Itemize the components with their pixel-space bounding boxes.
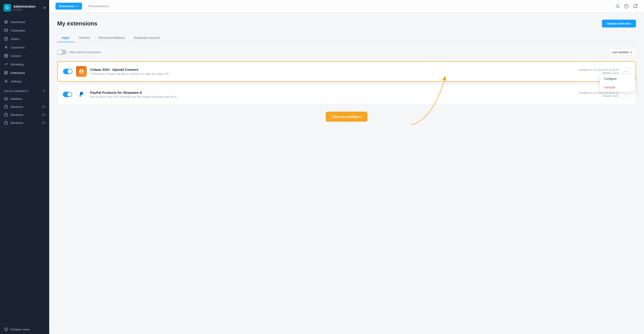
topbar-actions <box>616 4 638 9</box>
add-sales-channel-button[interactable]: + <box>43 89 45 93</box>
catalogues-icon <box>4 28 8 32</box>
configure-button[interactable]: Configure <box>600 74 635 83</box>
sidebar-item-orders[interactable]: Orders <box>0 35 49 43</box>
cidaas-desc: A Shopware 6 plugin that allows customer… <box>90 72 575 75</box>
app-version: 6.4.20.2 <box>14 8 36 11</box>
extension-card-paypal: PayPal Products for Shopware 6 Get acces… <box>57 84 636 105</box>
sidebar-nav: Dashboard Catalogues Orders <box>0 16 49 325</box>
sidebar-item-label-settings: Settings <box>11 80 21 83</box>
extensions-dropdown-button[interactable]: Extensions <box>56 3 82 9</box>
eye-icon-1[interactable] <box>42 105 45 109</box>
cidaas-logo <box>76 66 87 77</box>
svg-rect-9 <box>4 54 6 56</box>
sidebar-item-storefront-3[interactable]: Storefront <box>0 119 49 127</box>
svg-rect-10 <box>6 54 8 56</box>
svg-rect-17 <box>4 98 8 100</box>
sidebar-item-customers[interactable]: Customers <box>0 43 49 52</box>
status-dot <box>44 7 46 9</box>
sidebar-item-label-dashboard: Dashboard <box>11 20 25 24</box>
svg-point-0 <box>4 20 8 23</box>
sort-button[interactable]: Last updated <box>608 48 636 56</box>
collapse-menu-button[interactable]: Collapse menu <box>0 325 49 334</box>
sidebar-item-dashboard[interactable]: Dashboard <box>0 18 49 26</box>
sidebar-item-label-content: Content <box>11 54 21 58</box>
dots-icon: ··· <box>624 69 628 73</box>
eye-icon-3[interactable] <box>42 121 45 125</box>
uninstall-button[interactable]: Uninstall <box>600 83 635 92</box>
paypal-logo <box>76 89 86 100</box>
hide-inactive-label: Hide inactive extensions <box>69 50 100 54</box>
sidebar-item-storefront-1[interactable]: Storefront <box>0 103 49 111</box>
orders-icon <box>4 37 8 41</box>
dashboard-icon <box>4 20 8 24</box>
sales-channels-label: Sales Channels <box>4 90 28 92</box>
storefront-label-3: Storefront <box>10 121 23 125</box>
svg-point-22 <box>43 106 44 107</box>
paypal-name: PayPal Products for Shopware 6 <box>90 91 575 94</box>
tab-shopware-account[interactable]: Shopware Account <box>129 34 164 42</box>
sidebar-item-marketing[interactable]: Marketing <box>0 60 49 69</box>
sidebar-item-catalogues[interactable]: Catalogues <box>0 26 49 35</box>
sidebar-item-label-extensions: Extensions <box>11 71 25 75</box>
tab-recommendations[interactable]: Recommendations <box>94 34 130 42</box>
chevron-down-icon <box>76 5 78 7</box>
hide-inactive-wrapper: Hide inactive extensions <box>57 50 100 55</box>
help-icon[interactable] <box>624 4 629 9</box>
cidaas-info: Cidaas SSO - OpenId Connect A Shopware 6… <box>90 68 575 75</box>
paypal-desc: Get access to over 100 currencies and 20… <box>90 95 575 98</box>
svg-rect-26 <box>4 122 8 124</box>
svg-rect-20 <box>4 106 8 108</box>
upload-extension-button[interactable]: Upload extension <box>602 20 636 27</box>
extensions-btn-label: Extensions <box>59 4 74 8</box>
storefront-label-1: Storefront <box>10 105 23 109</box>
svg-rect-14 <box>6 71 8 73</box>
page-title: My extensions <box>57 20 97 27</box>
hint-arrow <box>376 114 447 159</box>
tab-themes[interactable]: Themes <box>74 34 94 42</box>
sidebar-item-label-marketing: Marketing <box>11 63 24 66</box>
svg-point-24 <box>42 114 45 116</box>
sidebar-item-label-catalogues: Catalogues <box>11 29 26 32</box>
sidebar-item-content[interactable]: Content <box>0 52 49 60</box>
svg-rect-23 <box>4 114 8 116</box>
search-input[interactable] <box>85 2 613 10</box>
page-header: My extensions Upload extension <box>57 20 636 27</box>
topbar: Extensions <box>49 0 644 12</box>
tab-apps[interactable]: Apps <box>57 34 74 42</box>
cidaas-installed: Installed on 12 July 2023 at 13:03 <box>578 68 618 71</box>
headless-label: Headless <box>10 97 22 100</box>
filter-bar: Hide inactive extensions Last updated <box>57 48 636 56</box>
paypal-toggle[interactable] <box>63 92 72 97</box>
svg-point-34 <box>636 4 637 5</box>
sidebar-item-settings[interactable]: Settings <box>0 77 49 86</box>
sidebar-item-storefront-2[interactable]: Storefront <box>0 111 49 119</box>
hide-inactive-toggle[interactable] <box>57 50 67 55</box>
click-on-configure-hint[interactable]: Click on configure <box>326 112 368 122</box>
cidaas-toggle[interactable] <box>63 69 72 74</box>
settings-icon <box>4 79 8 83</box>
app-logo: G <box>4 4 11 12</box>
sidebar-item-label-orders: Orders <box>11 37 20 41</box>
svg-point-27 <box>42 122 45 124</box>
cidaas-meta: Installed on 12 July 2023 at 13:03 Versi… <box>578 68 618 75</box>
sidebar-header: G Administration 6.4.20.2 <box>0 0 49 16</box>
sidebar-item-label-customers: Customers <box>11 46 25 49</box>
eye-icon-2[interactable] <box>42 113 45 117</box>
extensions-list: Cidaas SSO - OpenId Connect A Shopware 6… <box>57 61 636 134</box>
storefront-icon-3 <box>4 121 8 125</box>
svg-rect-13 <box>4 71 6 73</box>
collapse-label: Collapse menu <box>10 328 30 331</box>
search-icon[interactable] <box>616 4 620 8</box>
storefront-icon-1 <box>4 105 8 109</box>
sidebar-item-extensions[interactable]: Extensions <box>0 69 49 77</box>
dots-icon: ··· <box>625 92 628 96</box>
marketing-icon <box>4 62 8 66</box>
sales-channels-section: Sales Channels + <box>0 86 49 95</box>
notification-bell-icon[interactable] <box>633 4 638 9</box>
svg-rect-15 <box>4 73 6 74</box>
paypal-meta: Installed on 10 July 2023 at 02:23 Versi… <box>579 91 619 98</box>
cidaas-name: Cidaas SSO - OpenId Connect <box>90 68 575 71</box>
svg-point-33 <box>626 7 626 7</box>
sort-label: Last updated <box>612 50 628 54</box>
sidebar-item-headless[interactable]: Headless <box>0 95 49 103</box>
